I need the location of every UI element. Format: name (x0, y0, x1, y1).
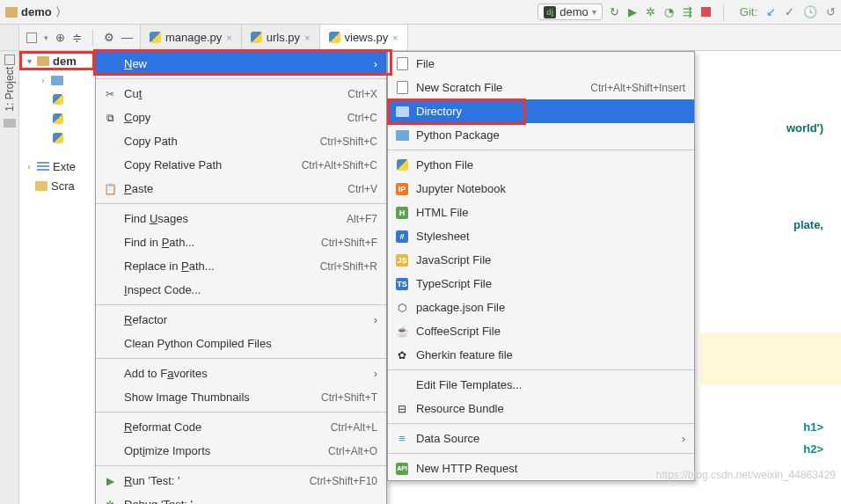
git-history-icon[interactable]: 🕓 (803, 5, 817, 18)
new-menu-item-new-http-request[interactable]: APINew HTTP Request (388, 457, 694, 480)
context-menu-item-add-to-favorites[interactable]: Add to Favorites› (96, 362, 386, 385)
menu-item-label: Stylesheet (416, 230, 685, 243)
profile-icon[interactable]: ⇶ (683, 5, 692, 18)
menu-item-label: Clean Python Compiled Files (124, 337, 377, 350)
menu-item-label: Gherkin feature file (416, 348, 685, 362)
blank-icon (103, 420, 117, 435)
debug-icon[interactable]: ✲ (646, 5, 655, 18)
git-label: Git: (740, 5, 757, 18)
context-menu-item-find-in-path[interactable]: Find in Path...Ctrl+Shift+F (96, 230, 386, 254)
expand-icon[interactable]: › (25, 162, 33, 172)
context-menu-item-find-usages[interactable]: Find UsagesAlt+F7 (96, 207, 386, 230)
new-menu-item-javascript-file[interactable]: JSJavaScript File (388, 248, 694, 272)
menu-item-label: Reformat Code (124, 420, 324, 434)
expand-icon[interactable]: › (39, 76, 48, 85)
git-revert-icon[interactable]: ↺ (826, 5, 836, 18)
refresh-icon[interactable]: ↻ (610, 5, 619, 18)
new-menu-item-python-file[interactable]: Python File (388, 153, 694, 177)
context-menu[interactable]: New›✂CutCtrl+X⧉CopyCtrl+CCopy PathCtrl+S… (95, 51, 387, 504)
folder-icon (37, 56, 49, 66)
new-menu-item-resource-bundle[interactable]: ⊟Resource Bundle (388, 397, 694, 420)
close-icon[interactable]: × (226, 33, 231, 43)
menu-item-label: JavaScript File (416, 253, 685, 267)
context-menu-item-cut[interactable]: ✂CutCtrl+X (96, 82, 386, 106)
context-menu-item-optimize-imports[interactable]: Optimize ImportsCtrl+Alt+O (96, 439, 386, 463)
paste-icon: 📋 (103, 182, 117, 196)
git-commit-icon[interactable]: ✓ (785, 5, 794, 18)
gear-icon[interactable]: ⚙ (104, 31, 114, 44)
tab-views-py[interactable]: views.py × (320, 25, 408, 50)
menu-item-label: Directory (416, 105, 685, 118)
new-menu-item-data-source[interactable]: ≡Data Source› (388, 427, 694, 450)
menu-divider (96, 465, 386, 466)
context-menu-item-replace-in-path[interactable]: Replace in Path...Ctrl+Shift+R (96, 254, 386, 278)
context-menu-item-run-test[interactable]: ▶Run 'Test: 'Ctrl+Shift+F10 (96, 469, 386, 493)
new-menu-item-typescript-file[interactable]: TSTypeScript File (388, 272, 694, 296)
library-icon (37, 162, 49, 172)
project-toolwindow-icon[interactable] (4, 55, 15, 65)
new-menu-item-stylesheet[interactable]: #Stylesheet (388, 224, 694, 248)
run-icon[interactable]: ▶ (628, 5, 637, 18)
new-menu-item-html-file[interactable]: HHTML File (388, 201, 694, 224)
locate-icon[interactable]: ⊕ (55, 31, 65, 44)
new-submenu[interactable]: FileNew Scratch FileCtrl+Alt+Shift+Inser… (387, 51, 695, 481)
tree-label: Exte (53, 160, 76, 173)
new-menu-item-new-scratch-file[interactable]: New Scratch FileCtrl+Alt+Shift+Insert (388, 76, 694, 99)
context-menu-item-copy-path[interactable]: Copy PathCtrl+Shift+C (96, 129, 386, 153)
context-menu-item-show-image-thumbnails[interactable]: Show Image ThumbnailsCtrl+Shift+T (96, 385, 386, 409)
blank-icon (395, 378, 409, 392)
new-menu-item-directory[interactable]: Directory (388, 99, 694, 123)
context-menu-item-clean-python-compiled-files[interactable]: Clean Python Compiled Files (96, 332, 386, 355)
new-menu-item-gherkin-feature-file[interactable]: ✿Gherkin feature file (388, 343, 694, 367)
tree-label: Scra (51, 179, 75, 193)
collapse-icon[interactable]: ▾ (25, 56, 33, 66)
close-icon[interactable]: × (392, 33, 398, 43)
new-menu-item-jupyter-notebook[interactable]: IPJupyter Notebook (388, 177, 694, 201)
breadcrumb-project[interactable]: demo (21, 5, 52, 18)
code-fragment: h2> (803, 442, 823, 456)
tab-urls-py[interactable]: urls.py × (242, 25, 320, 50)
submenu-arrow-icon: › (374, 367, 377, 380)
watermark: https://blog.csdn.net/weixin_44863429 (656, 469, 836, 481)
submenu-arrow-icon: › (374, 57, 377, 70)
context-menu-item-new[interactable]: New› (96, 52, 386, 76)
shortcut-label: Ctrl+Alt+Shift+Insert (590, 82, 685, 94)
breadcrumb[interactable]: demo 〉 (5, 4, 538, 20)
code-fragment: h1> (803, 420, 823, 434)
menu-item-label: Find in Path... (124, 236, 314, 249)
menu-item-label: Replace in Path... (124, 259, 313, 273)
context-menu-item-debug-test[interactable]: ✲Debug 'Test: ' (96, 493, 386, 504)
new-menu-item-python-package[interactable]: Python Package (388, 123, 694, 147)
git-update-icon[interactable]: ↙ (766, 5, 776, 18)
context-menu-item-inspect-code[interactable]: Inspect Code... (96, 278, 386, 302)
minimize-icon[interactable]: — (121, 31, 133, 44)
collapse-icon[interactable]: ≑ (72, 31, 82, 44)
editor-tabs: manage.py × urls.py × views.py × (141, 25, 408, 50)
project-select-icon[interactable] (26, 33, 37, 43)
blank-icon (103, 367, 117, 381)
context-menu-item-copy-relative-path[interactable]: Copy Relative PathCtrl+Alt+Shift+C (96, 153, 386, 177)
tab-manage-py[interactable]: manage.py × (141, 25, 242, 50)
close-icon[interactable]: × (304, 33, 310, 43)
context-menu-item-paste[interactable]: 📋PasteCtrl+V (96, 177, 386, 201)
run-config-selector[interactable]: dj demo ▾ (538, 4, 603, 20)
new-menu-item-coffeescript-file[interactable]: ☕CoffeeScript File (388, 319, 694, 343)
context-menu-item-copy[interactable]: ⧉CopyCtrl+C (96, 106, 386, 129)
stop-icon[interactable] (701, 7, 711, 17)
new-menu-item-file[interactable]: File (388, 52, 694, 76)
js-icon: JS (395, 253, 409, 267)
folder-icon (5, 7, 18, 18)
project-toolwindow-tab[interactable]: 1: Project (4, 67, 16, 112)
coverage-icon[interactable]: ◔ (664, 5, 674, 18)
blank-icon (103, 158, 117, 172)
structure-icon[interactable] (4, 119, 16, 128)
tree-label: dem (53, 55, 77, 68)
scissors-icon: ✂ (103, 87, 117, 101)
chevron-down-icon[interactable]: ▾ (44, 33, 48, 42)
new-menu-item-edit-file-templates[interactable]: Edit File Templates... (388, 373, 694, 397)
folder-icon (395, 105, 409, 119)
menu-item-label: Copy Relative Path (124, 158, 295, 172)
context-menu-item-reformat-code[interactable]: Reformat CodeCtrl+Alt+L (96, 415, 386, 439)
new-menu-item-package-json-file[interactable]: ⬡package.json File (388, 296, 694, 319)
context-menu-item-refactor[interactable]: Refactor› (96, 308, 386, 332)
